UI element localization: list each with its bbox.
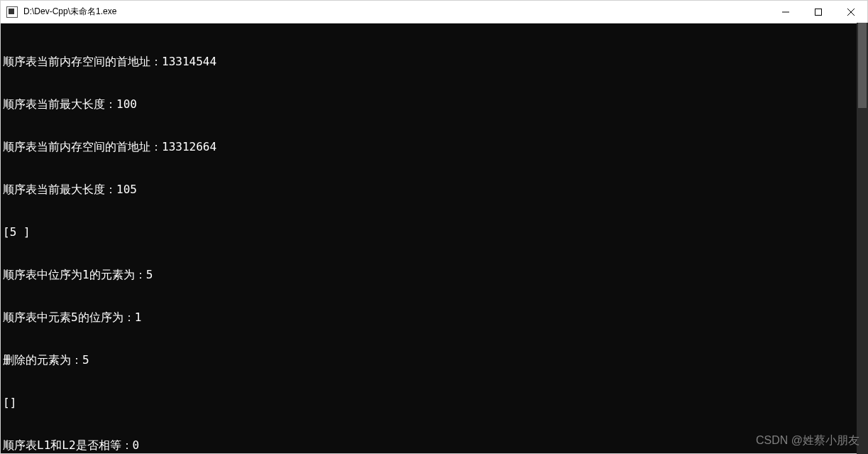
console-line: 删除的元素为：5 bbox=[3, 353, 867, 367]
console-output[interactable]: 顺序表当前内存空间的首地址：13314544 顺序表当前最大长度：100 顺序表… bbox=[1, 23, 867, 453]
titlebar-left: D:\Dev-Cpp\未命名1.exe bbox=[1, 6, 116, 18]
scrollbar-thumb[interactable] bbox=[858, 23, 867, 108]
console-line: 顺序表当前最大长度：100 bbox=[3, 97, 867, 112]
window-title: D:\Dev-Cpp\未命名1.exe bbox=[23, 6, 116, 18]
console-line: 顺序表当前最大长度：105 bbox=[3, 183, 867, 197]
app-window: D:\Dev-Cpp\未命名1.exe 顺序表当前内存空间的首地址：133145… bbox=[0, 0, 868, 454]
console-line: 顺序表中元素5的位序为：1 bbox=[3, 310, 867, 325]
close-icon bbox=[847, 9, 855, 16]
console-line: 顺序表当前内存空间的首地址：13314544 bbox=[3, 55, 867, 69]
console-line: 顺序表当前内存空间的首地址：13312664 bbox=[3, 140, 867, 154]
minimize-icon bbox=[782, 9, 789, 16]
console-line: [] bbox=[3, 396, 867, 410]
minimize-button[interactable] bbox=[769, 1, 802, 23]
close-button[interactable] bbox=[835, 1, 867, 23]
console-line: 顺序表中位序为1的元素为：5 bbox=[3, 268, 867, 282]
app-icon bbox=[6, 6, 18, 18]
window-controls bbox=[769, 1, 867, 23]
titlebar[interactable]: D:\Dev-Cpp\未命名1.exe bbox=[1, 1, 867, 23]
svg-rect-1 bbox=[815, 9, 822, 15]
console-line: [5 ] bbox=[3, 225, 867, 239]
maximize-button[interactable] bbox=[802, 1, 835, 23]
console-line: 顺序表L1和L2是否相等：0 bbox=[3, 438, 867, 453]
maximize-icon bbox=[815, 9, 822, 16]
vertical-scrollbar[interactable] bbox=[857, 23, 868, 454]
